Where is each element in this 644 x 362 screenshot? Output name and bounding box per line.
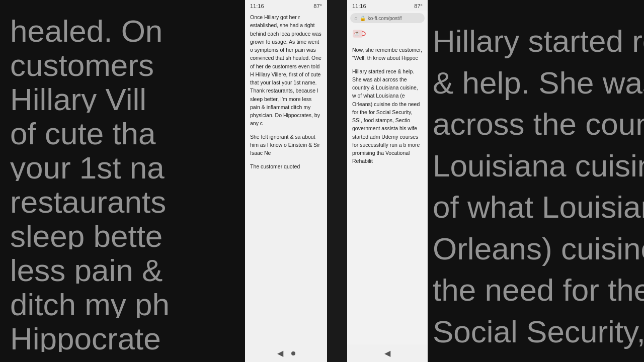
left-article-para-2: She felt ignorant & sa about him as I kn… <box>250 133 322 157</box>
right-article-content: Now, she remembe customer, "Well, th kno… <box>347 44 428 344</box>
url-bar[interactable]: ⌂ 🔒 ko-fi.com/post/f <box>350 13 425 23</box>
right-status-icons: 87° <box>414 3 423 9</box>
bg-line-7: sleep bette <box>10 215 247 249</box>
right-article-para-2: Hillary started rece & help. She was abl… <box>352 67 423 165</box>
left-back-button[interactable]: ◀ <box>277 348 283 358</box>
bg-text-right: Hillary started rece & help. She was abl… <box>428 0 644 362</box>
right-nav-bar: ◀ <box>347 344 428 362</box>
bg-line-4: of cute tha <box>10 113 247 147</box>
url-text: ko-fi.com/post/f <box>368 16 402 21</box>
bg-right-line-1: Hillary started rece <box>433 20 644 62</box>
kofi-header: ☕ <box>347 25 428 44</box>
left-status-bar: 11:16 87° <box>245 0 327 11</box>
bg-line-8: less pain & <box>10 249 247 284</box>
kofi-cup-icon: ☕ <box>352 28 366 38</box>
home-icon[interactable]: ⌂ <box>354 15 358 21</box>
left-signal: 87° <box>313 3 322 9</box>
bg-line-2: customers <box>10 44 247 78</box>
bg-right-line-8: Social Security, SSI, <box>433 311 644 352</box>
right-article-para-1: Now, she remembe customer, "Well, th kno… <box>352 46 423 62</box>
left-nav-bar: ◀ <box>245 344 327 362</box>
bg-line-1: healed. On <box>10 10 247 44</box>
lock-icon: 🔒 <box>360 16 366 21</box>
phone-left: 11:16 87° Once Hillary got her r establi… <box>245 0 327 362</box>
bg-right-line-4: Louisiana cuisine, w <box>433 145 644 187</box>
right-signal: 87° <box>414 3 423 9</box>
bg-right-line-7: the need for the for <box>433 269 644 311</box>
bg-line-3: Hillary Vill <box>10 78 247 113</box>
bg-right-line-6: Orleans) cuisine do <box>433 228 644 269</box>
left-article-content: Once Hillary got her r established, she … <box>245 11 327 344</box>
bg-line-9: ditch my ph <box>10 284 247 318</box>
bg-line-5: your 1st na <box>10 147 247 181</box>
bg-right-line-5: of what Louisiana (e <box>433 186 644 228</box>
svg-text:☕: ☕ <box>354 30 360 36</box>
left-status-icons: 87° <box>313 3 322 9</box>
kofi-icon: ☕ <box>352 30 366 40</box>
right-back-button[interactable]: ◀ <box>384 348 390 358</box>
left-article-para-3: The customer quoted <box>250 162 322 170</box>
left-time: 11:16 <box>250 3 264 9</box>
bg-line-6: restaurants <box>10 181 247 215</box>
bg-right-line-3: across the country & <box>433 103 644 145</box>
phone-right: 11:16 87° ⌂ 🔒 ko-fi.com/post/f ☕ Now, sh… <box>347 0 428 362</box>
right-status-bar: 11:16 87° <box>347 0 428 11</box>
right-time: 11:16 <box>352 3 366 9</box>
bg-line-10: Hippocrate <box>10 318 247 352</box>
left-article-para-1: Once Hillary got her r established, she … <box>250 13 322 128</box>
bg-text-left: healed. On customers Hillary Vill of cut… <box>0 0 247 362</box>
bg-right-line-2: & help. She was abl <box>433 62 644 104</box>
left-home-dot[interactable] <box>291 351 295 355</box>
